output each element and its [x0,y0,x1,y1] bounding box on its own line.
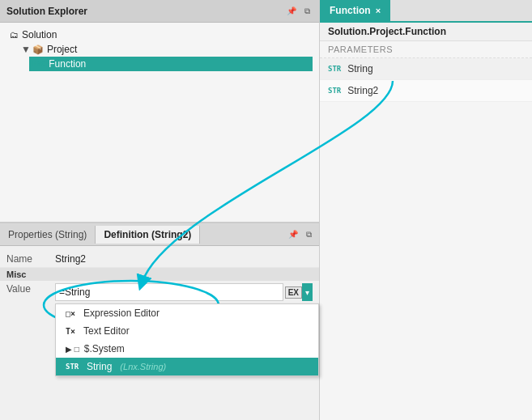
dropdown-item-expression-editor[interactable]: □× Expression Editor [56,304,318,322]
pin-icon[interactable]: 📌 [284,6,299,16]
props-header-icons: 📌 ⧉ [286,229,319,240]
bottom-tabs: Properties (String) Definition (String2)… [0,223,319,246]
value-label: Value [6,283,55,295]
param-row-string2: STR String2 [320,80,532,102]
name-label: Name [6,253,55,265]
value-field-container: EX ▾ [55,283,313,301]
str-badge-string: STR [328,65,341,73]
value-row: Value EX ▾ [0,281,319,303]
tab-definition[interactable]: Definition (String2) [96,226,200,244]
tree-item-function[interactable]: FNC Function [29,57,313,71]
param-name-string: String [347,63,372,74]
function-tab-close[interactable]: × [376,6,381,15]
left-panel: Solution Explorer 📌 ⧉ 🗂 Solution ▼ 📦 Pro… [0,0,320,420]
dropdown-item-text-editor[interactable]: T× Text Editor [56,322,318,340]
expression-editor-label: Expression Editor [83,308,160,319]
window-icon[interactable]: ⧉ [302,6,313,17]
props-pin-icon[interactable]: 📌 [286,229,300,240]
solution-explorer-title: Solution Explorer [6,6,87,17]
function-tab[interactable]: Function × [320,0,390,21]
system-icon: ▶ □ [66,345,79,354]
dropdown-item-string[interactable]: STR String (Lnx.String) [56,358,318,375]
name-value: String2 [55,253,86,265]
str-badge-string2: STR [328,87,341,95]
properties-content: Name String2 Misc Value EX ▾ [0,246,319,381]
expression-editor-icon: □× [66,309,79,318]
tree-area: 🗂 Solution ▼ 📦 Project FNC Function [0,23,319,222]
string-badge: STR [66,363,82,371]
main-layout: Solution Explorer 📌 ⧉ 🗂 Solution ▼ 📦 Pro… [0,0,532,420]
bottom-panel: Properties (String) Definition (String2)… [0,222,319,420]
right-tab-bar: Function × [320,0,532,23]
props-window-icon[interactable]: ⧉ [304,229,314,240]
string-label: String [87,361,112,372]
system-label: $.System [84,343,125,354]
params-label: PARAMETERS [320,41,532,58]
value-input[interactable] [55,283,283,301]
solution-explorer-header: Solution Explorer 📌 ⧉ [0,0,319,23]
solution-explorer-header-icons: 📌 ⧉ [284,6,313,17]
tree-item-solution[interactable]: 🗂 Solution [6,28,313,42]
ex-badge[interactable]: EX [285,286,302,299]
tree-item-project[interactable]: ▼ 📦 Project [18,42,313,57]
name-row: Name String2 [0,251,319,268]
fnc-badge: FNC [32,60,45,68]
dropdown-arrow[interactable]: ▾ [302,283,313,301]
expand-arrow: ▼ [21,44,31,55]
solution-icon: 🗂 [10,30,19,40]
right-panel: Function × Solution.Project.Function PAR… [320,0,532,420]
tab-buttons: Properties (String) Definition (String2) [0,226,200,244]
param-row-string: STR String [320,58,532,80]
tree-item-solution-label: Solution [22,29,57,40]
dropdown-item-system[interactable]: ▶ □ $.System [56,340,318,358]
function-tab-label: Function [330,5,371,16]
param-name-string2: String2 [347,85,378,96]
tab-properties[interactable]: Properties (String) [0,226,96,244]
dropdown-menu: □× Expression Editor T× Text Editor ▶ □ … [55,303,319,376]
text-editor-icon: T× [66,327,79,336]
string-italic-label: (Lnx.String) [120,362,166,371]
tree-item-function-label: Function [49,58,86,70]
misc-section: Misc [0,268,319,281]
tree-item-project-label: Project [47,44,77,55]
project-icon: 📦 [32,45,44,55]
text-editor-label: Text Editor [83,325,130,337]
breadcrumb: Solution.Project.Function [320,23,532,41]
